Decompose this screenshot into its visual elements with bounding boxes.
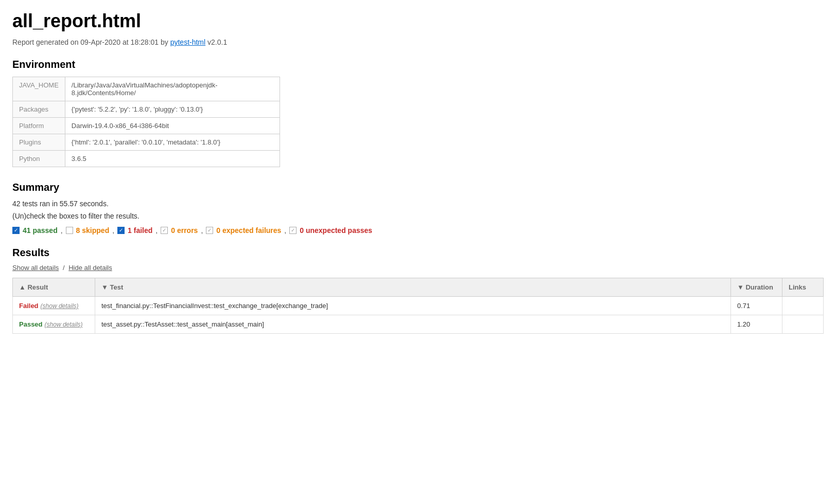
details-sep: / bbox=[63, 264, 66, 272]
filter-label-errors: 0 errors bbox=[171, 226, 198, 235]
table-row: Passed(show details)test_asset.py::TestA… bbox=[13, 315, 824, 334]
results-section: Results Show all details / Hide all deta… bbox=[12, 247, 824, 334]
test-name-cell: test_asset.py::TestAsset::test_asset_mai… bbox=[95, 315, 731, 334]
links-cell bbox=[782, 297, 824, 315]
env-value: Darwin-19.4.0-x86_64-i386-64bit bbox=[65, 118, 280, 134]
results-header-row: ▲ Result▼ Test▼ DurationLinks bbox=[13, 278, 824, 297]
env-key: Plugins bbox=[13, 134, 65, 151]
results-heading: Results bbox=[12, 247, 824, 259]
env-row: PlatformDarwin-19.4.0-x86_64-i386-64bit bbox=[13, 118, 280, 134]
results-thead: ▲ Result▼ Test▼ DurationLinks bbox=[13, 278, 824, 297]
filter-checkbox-passed[interactable] bbox=[12, 227, 20, 234]
show-details-link[interactable]: (show details) bbox=[45, 321, 83, 328]
col-header-result[interactable]: ▲ Result bbox=[13, 278, 95, 297]
env-row: Plugins{'html': '2.0.1', 'parallel': '0.… bbox=[13, 134, 280, 151]
col-header-duration[interactable]: ▼ Duration bbox=[731, 278, 782, 297]
filter-sep: , bbox=[284, 226, 286, 235]
col-header-links: Links bbox=[782, 278, 824, 297]
env-value: {'pytest': '5.2.2', 'py': '1.8.0', 'plug… bbox=[65, 101, 280, 118]
show-details-link[interactable]: (show details) bbox=[41, 302, 79, 310]
result-cell: Passed(show details) bbox=[13, 315, 95, 334]
env-value: /Library/Java/JavaVirtualMachines/adopto… bbox=[65, 77, 280, 101]
col-header-test[interactable]: ▼ Test bbox=[95, 278, 731, 297]
filter-sep: , bbox=[61, 226, 63, 235]
report-meta-text: Report generated on 09-Apr-2020 at 18:28… bbox=[12, 38, 170, 46]
env-key: Python bbox=[13, 151, 65, 167]
env-value: 3.6.5 bbox=[65, 151, 280, 167]
filter-row: 41 passed,8 skipped,1 failed,0 errors,0 … bbox=[12, 226, 824, 235]
env-value: {'html': '2.0.1', 'parallel': '0.0.10', … bbox=[65, 134, 280, 151]
filter-label-xpass: 0 unexpected passes bbox=[300, 226, 372, 235]
result-status: Passed bbox=[19, 320, 43, 328]
env-key: Packages bbox=[13, 101, 65, 118]
test-name-cell: test_financial.py::TestFinancialInvest::… bbox=[95, 297, 731, 315]
filter-label-xfail: 0 expected failures bbox=[216, 226, 281, 235]
show-all-details-link[interactable]: Show all details bbox=[12, 264, 59, 272]
results-tbody: Failed(show details)test_financial.py::T… bbox=[13, 297, 824, 334]
table-row: Failed(show details)test_financial.py::T… bbox=[13, 297, 824, 315]
test-count: 42 tests ran in 55.57 seconds. bbox=[12, 200, 824, 208]
env-row: Python3.6.5 bbox=[13, 151, 280, 167]
filter-hint: (Un)check the boxes to filter the result… bbox=[12, 212, 824, 220]
filter-checkbox-errors[interactable] bbox=[161, 227, 168, 234]
report-meta: Report generated on 09-Apr-2020 at 18:28… bbox=[12, 38, 824, 46]
pytest-html-version: v2.0.1 bbox=[205, 38, 227, 46]
filter-sep: , bbox=[201, 226, 203, 235]
filter-checkbox-xpass[interactable] bbox=[289, 227, 297, 234]
details-links: Show all details / Hide all details bbox=[12, 264, 824, 272]
env-row: Packages{'pytest': '5.2.2', 'py': '1.8.0… bbox=[13, 101, 280, 118]
links-cell bbox=[782, 315, 824, 334]
env-key: Platform bbox=[13, 118, 65, 134]
filter-label-passed: 41 passed bbox=[23, 226, 58, 235]
duration-cell: 0.71 bbox=[731, 297, 782, 315]
page-title: all_report.html bbox=[12, 10, 824, 32]
environment-heading: Environment bbox=[12, 59, 824, 70]
env-row: JAVA_HOME/Library/Java/JavaVirtualMachin… bbox=[13, 77, 280, 101]
summary-heading: Summary bbox=[12, 182, 824, 193]
filter-sep: , bbox=[112, 226, 114, 235]
pytest-html-link[interactable]: pytest-html bbox=[170, 38, 205, 46]
result-cell: Failed(show details) bbox=[13, 297, 95, 315]
hide-all-details-link[interactable]: Hide all details bbox=[68, 264, 112, 272]
result-status: Failed bbox=[19, 302, 39, 310]
filter-checkbox-failed[interactable] bbox=[117, 227, 125, 234]
filter-sep: , bbox=[155, 226, 158, 235]
env-key: JAVA_HOME bbox=[13, 77, 65, 101]
filter-label-failed: 1 failed bbox=[128, 226, 152, 235]
environment-table: JAVA_HOME/Library/Java/JavaVirtualMachin… bbox=[12, 77, 280, 167]
filter-checkbox-skipped[interactable] bbox=[66, 227, 73, 234]
duration-cell: 1.20 bbox=[731, 315, 782, 334]
results-table: ▲ Result▼ Test▼ DurationLinks Failed(sho… bbox=[12, 278, 824, 334]
filter-label-skipped: 8 skipped bbox=[76, 226, 110, 235]
filter-checkbox-xfail[interactable] bbox=[206, 227, 213, 234]
